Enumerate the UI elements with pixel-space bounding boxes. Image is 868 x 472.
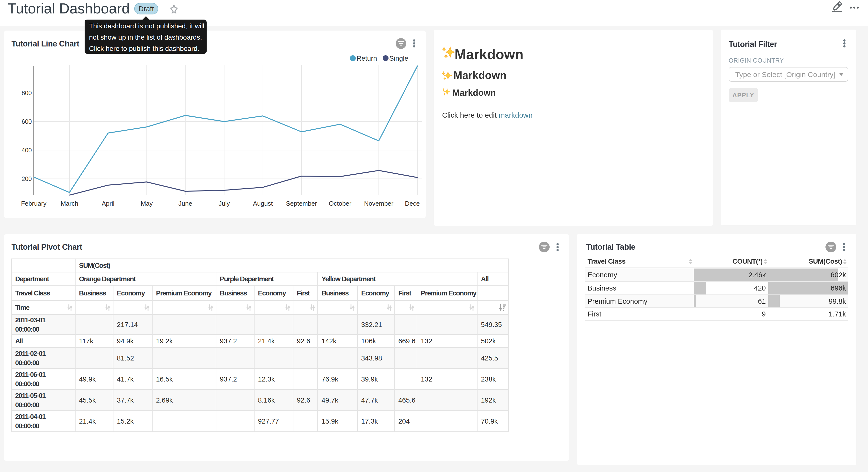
svg-text:April: April <box>102 200 115 207</box>
svg-text:November: November <box>364 200 394 207</box>
svg-text:March: March <box>61 200 78 207</box>
svg-text:600: 600 <box>22 118 32 125</box>
svg-text:Return: Return <box>356 55 377 62</box>
svg-text:400: 400 <box>22 147 32 154</box>
svg-text:October: October <box>329 200 351 207</box>
svg-text:September: September <box>286 200 317 207</box>
svg-text:May: May <box>141 200 153 207</box>
svg-text:August: August <box>253 200 273 207</box>
svg-text:June: June <box>179 200 192 207</box>
svg-text:Single: Single <box>389 55 408 62</box>
svg-text:July: July <box>219 200 230 207</box>
svg-text:Dece: Dece <box>405 200 420 207</box>
svg-text:February: February <box>21 200 46 207</box>
svg-text:200: 200 <box>22 175 32 182</box>
svg-text:800: 800 <box>22 89 32 96</box>
